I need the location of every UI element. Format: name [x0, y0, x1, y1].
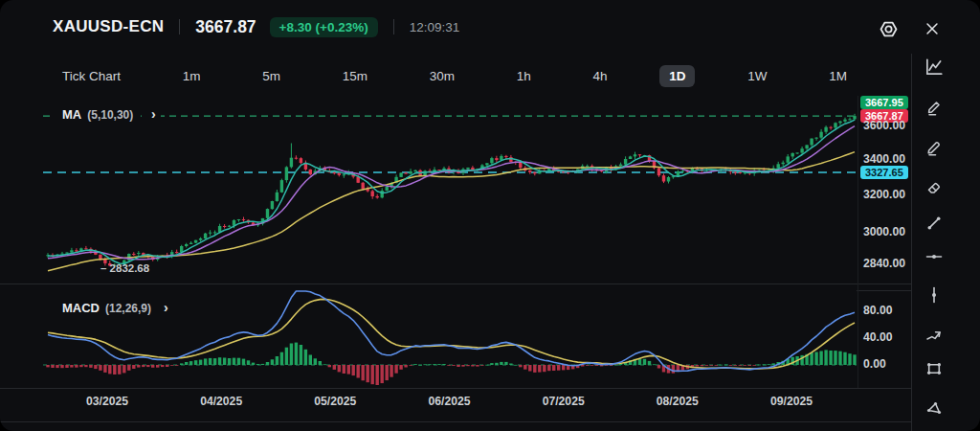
ma-name: MA: [62, 107, 81, 122]
price-axis-label: 3667.95: [860, 96, 908, 109]
price-axis-label: 3200.00: [863, 188, 905, 201]
macd-params: (12,26,9): [105, 302, 151, 315]
macd-expand-chevron-icon[interactable]: [159, 301, 173, 315]
symbol-title: XAUUSD-ECN: [53, 17, 164, 36]
pane-divider: [857, 290, 912, 291]
time-axis-label: 06/2025: [419, 395, 480, 408]
divider: [393, 19, 394, 34]
time-axis-label: 04/2025: [190, 395, 252, 408]
macd-axis-label: 80.00: [863, 304, 893, 317]
time-axis-label: 08/2025: [647, 395, 708, 408]
rectangle-button[interactable]: [921, 355, 947, 382]
macd-name: MACD: [62, 301, 100, 315]
close-button[interactable]: [919, 15, 946, 42]
rectangle-icon: [924, 359, 944, 378]
axis-divider: [0, 388, 912, 389]
ma-params: (5,10,30): [87, 108, 133, 122]
pen-button[interactable]: [921, 134, 947, 161]
macd-axis-label: 40.00: [863, 330, 893, 344]
price-axis-label: 3400.00: [863, 152, 905, 166]
settings-button[interactable]: [875, 15, 902, 42]
triangle-icon: [924, 399, 944, 419]
price-axis-label: 3327.65: [860, 166, 908, 179]
triangle-button[interactable]: [921, 396, 947, 422]
eraser-icon: [924, 178, 944, 197]
pane-divider: [0, 284, 912, 284]
eraser-button[interactable]: [921, 174, 947, 201]
divider: [179, 19, 180, 34]
price-change-badge: +8.30 (+0.23%): [270, 17, 378, 37]
macd-axis-label: 0.00: [863, 357, 886, 371]
price-axis-label: 2840.00: [863, 257, 905, 270]
close-icon: [924, 20, 941, 37]
pen-icon: [924, 138, 944, 157]
trend-line-button[interactable]: [921, 210, 947, 237]
time-axis-label: 05/2025: [304, 395, 366, 408]
bottom-divider: [0, 421, 912, 422]
vertical-line-button[interactable]: [921, 282, 947, 308]
swing-low-annotation: – 2832.68: [100, 262, 149, 274]
ma-expand-chevron-icon[interactable]: [146, 107, 161, 122]
horizontal-line-button[interactable]: [921, 243, 947, 270]
horizontal-line-icon: [924, 247, 944, 266]
settings-gear-icon: [879, 19, 899, 39]
vertical-line-icon: [924, 285, 944, 305]
last-price: 3667.87: [195, 17, 256, 37]
trend-line-icon: [924, 214, 944, 233]
price-axis-label: 3600.00: [863, 119, 905, 132]
price-axis-label: 3000.00: [863, 225, 905, 238]
macd-indicator-label[interactable]: MACD (12,26,9): [55, 300, 159, 316]
pencil-icon: [924, 98, 944, 117]
zigzag-arrow-button[interactable]: [921, 322, 947, 349]
time-axis-label: 09/2025: [761, 395, 822, 408]
toolbar-divider: [911, 54, 912, 431]
indicator-chart-button[interactable]: [921, 54, 947, 80]
time-axis-label: 03/2025: [77, 395, 138, 408]
chart-edge-divider: [858, 96, 858, 388]
header-bar: XAUUSD-ECN 3667.87 +8.30 (+0.23%) 12:09:…: [0, 0, 980, 54]
indicator-chart-icon: [924, 57, 945, 78]
zigzag-arrow-icon: [924, 326, 944, 345]
time-axis-label: 07/2025: [533, 395, 594, 408]
trading-chart-window: XAUUSD-ECN 3667.87 +8.30 (+0.23%) 12:09:…: [0, 0, 980, 431]
pencil-button[interactable]: [921, 94, 947, 121]
server-time: 12:09:31: [410, 20, 460, 34]
ma-indicator-label[interactable]: MA (5,10,30): [55, 106, 141, 123]
